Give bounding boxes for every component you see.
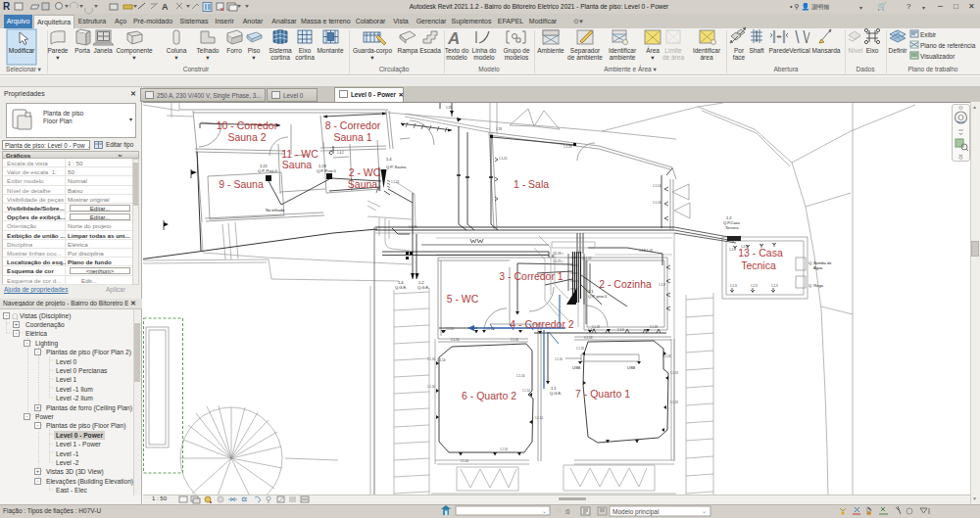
svg-text:1.1.16: 1.1.16 [555,357,563,361]
svg-text:1.1.14: 1.1.14 [500,447,508,451]
svg-text:Q.P. Sauna: Q.P. Sauna [386,165,407,169]
svg-text:1.5 E 1.14: 1.5 E 1.14 [639,249,653,253]
svg-text:A: A [162,2,169,12]
svg-text:1.1.18: 1.1.18 [584,336,593,340]
svg-text:1.1.16: 1.1.16 [486,327,494,331]
svg-text:1.1.9: 1.1.9 [588,328,595,332]
svg-text:Modelo principal: Modelo principal [612,508,660,516]
svg-text::0: :0 [564,508,570,515]
svg-text:⌄: ⌄ [542,508,547,514]
svg-text:1.1.16: 1.1.16 [427,357,435,361]
svg-text:1 - Sala: 1 - Sala [514,178,549,190]
svg-text:1.1.25 ▷: 1.1.25 ▷ [553,259,564,263]
svg-text:Q.G.E.: Q.G.E. [417,285,429,290]
svg-text:(1.1.12: (1.1.12 [582,257,592,260]
svg-text:1.2.1: 1.2.1 [729,248,736,252]
svg-text:1.1.16: 1.1.16 [653,184,662,188]
svg-text:1.1.14: 1.1.14 [461,459,468,463]
svg-text:1.1.20: 1.1.20 [409,225,417,229]
svg-text:USB: USB [572,365,581,370]
svg-text:1.1.18: 1.1.18 [662,354,671,358]
svg-text:4 - Corredor 2: 4 - Corredor 2 [510,318,574,330]
svg-text:1.1.21: 1.1.21 [391,180,400,184]
svg-text:10 - Corredor: 10 - Corredor [217,119,278,131]
svg-text:Tecnica: Tecnica [725,225,739,230]
svg-text:Sauna: Sauna [282,159,313,170]
svg-text:1.4.2: 1.4.2 [337,151,344,155]
svg-text:Q.P. piso 0: Q.P. piso 0 [588,294,608,299]
svg-text:1.1.28: 1.1.28 [564,145,572,149]
svg-text:1.1.14: 1.1.14 [522,389,530,393]
svg-text:A: A [447,29,460,48]
svg-text:Agua: Agua [813,265,823,270]
svg-text:13 - Casa: 13 - Casa [738,247,783,259]
svg-text:1.1.16: 1.1.16 [446,327,454,331]
svg-text:2 - WC: 2 - WC [349,166,381,178]
svg-text:Tecnica: Tecnica [741,259,776,271]
svg-text:1.1.18: 1.1.18 [576,347,584,351]
svg-text:1.1.14: 1.1.14 [535,416,543,420]
svg-text:USB: USB [627,365,636,370]
svg-text:1.28: 1.28 [496,127,502,131]
svg-text:1.28: 1.28 [446,106,452,110]
svg-text:1.1.18: 1.1.18 [650,325,658,329]
svg-text:1.1.9: 1.1.9 [659,283,665,287]
svg-text:1.1.16: 1.1.16 [451,338,460,342]
svg-text:1.1.16: 1.1.16 [437,358,446,362]
svg-text:Q.P. Piso 0: Q.P. Piso 0 [317,168,336,173]
svg-text:1.1.16: 1.1.16 [427,385,435,389]
svg-text:2 - Cozinha: 2 - Cozinha [599,278,652,290]
svg-text:1.1.28 ▷: 1.1.28 ▷ [553,252,564,256]
svg-text:5 - WC: 5 - WC [447,293,479,305]
svg-text:Q. Rega: Q. Rega [808,283,824,288]
svg-text:Q.G.E.: Q.G.E. [395,285,407,290]
svg-text:1.1.18: 1.1.18 [670,371,678,375]
svg-text:1.2.3: 1.2.3 [730,284,737,288]
svg-text:1.1.9: 1.1.9 [617,328,624,332]
svg-text:No telhado: No telhado [266,208,285,212]
svg-text:7 - Quarto 1: 7 - Quarto 1 [575,388,630,400]
svg-text:9 - Sauna: 9 - Sauna [219,178,264,190]
svg-text:Sauna 1: Sauna 1 [333,131,371,143]
svg-text:Sauna: Sauna [348,178,378,190]
svg-text:8 - Corredor: 8 - Corredor [325,119,381,131]
svg-text:6 - Quarto 2: 6 - Quarto 2 [462,390,516,401]
svg-text:1.1.18: 1.1.18 [670,400,678,404]
svg-text:Q.G.E.: Q.G.E. [550,391,562,396]
svg-text:1.4: 1.4 [386,157,392,162]
svg-text:1.1.25: 1.1.25 [499,157,508,161]
svg-text:1.1.16: 1.1.16 [516,374,525,378]
svg-text:3 - Corredor 1: 3 - Corredor 1 [499,270,564,282]
svg-text:⌄: ⌄ [702,508,707,514]
svg-text:Sauna 2: Sauna 2 [227,131,266,143]
svg-text:1.1.16: 1.1.16 [653,201,662,205]
svg-text:Q.P. Piso 0: Q.P. Piso 0 [258,168,277,173]
svg-text:1.2.3: 1.2.3 [751,284,758,288]
svg-text:1.1.16: 1.1.16 [511,338,518,342]
svg-text:1.2.3: 1.2.3 [771,284,778,288]
